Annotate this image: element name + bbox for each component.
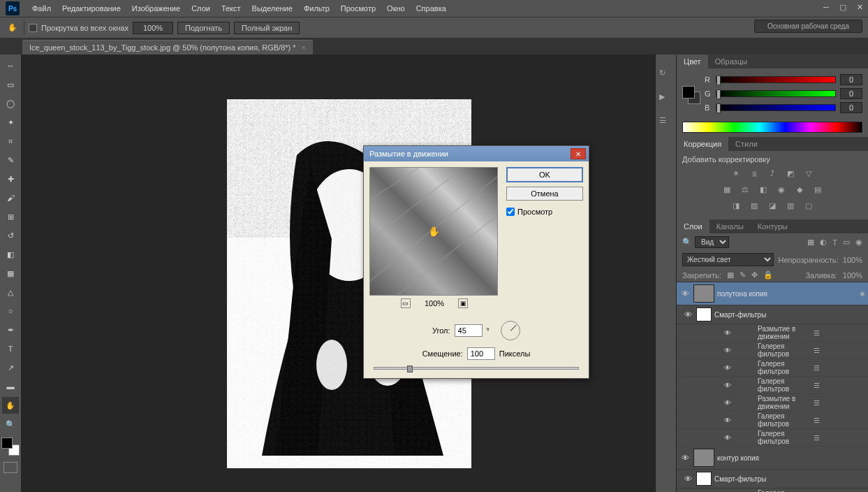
bw-icon[interactable]: ◧	[757, 183, 770, 196]
filter-name[interactable]: Галерея фильтров	[758, 377, 809, 393]
filter-name[interactable]: Галерея фильтров	[758, 342, 809, 358]
layer-visibility-toggle[interactable]: 👁	[702, 434, 753, 442]
layer-thumbnail[interactable]	[693, 449, 714, 467]
levels-icon[interactable]: ⫼	[748, 167, 760, 180]
balance-icon[interactable]: ⚖	[739, 183, 751, 196]
gradient-map-icon[interactable]: ▥	[784, 199, 797, 212]
color-spectrum[interactable]	[682, 122, 862, 133]
color-swatches[interactable]	[1, 437, 20, 456]
minimize-button[interactable]: ─	[818, 0, 834, 14]
close-tab-icon[interactable]: ×	[302, 43, 306, 52]
layer-visibility-toggle[interactable]: 👁	[702, 347, 753, 354]
menu-layers[interactable]: Слои	[186, 4, 216, 13]
layer-row[interactable]: 👁полутона копия◉	[677, 282, 868, 305]
layer-visibility-toggle[interactable]: 👁	[702, 329, 753, 337]
eraser-tool[interactable]: ◧	[2, 246, 19, 263]
maximize-button[interactable]: ▢	[834, 0, 851, 14]
invert-icon[interactable]: ◨	[730, 199, 742, 212]
marquee-tool[interactable]: ▭	[2, 76, 19, 93]
hand-tool[interactable]: ✋	[2, 397, 19, 414]
styles-tab[interactable]: Стили	[728, 137, 765, 151]
layer-row[interactable]: 👁контур копия	[677, 447, 868, 470]
filter-name[interactable]: Галерея фильтров	[758, 412, 809, 428]
filter-pixel-icon[interactable]: ▦	[807, 238, 814, 247]
canvas[interactable]: Размытие в движении ✕	[21, 55, 655, 492]
filter-type-icon[interactable]: T	[832, 238, 837, 247]
eyedropper-tool[interactable]: ✎	[2, 152, 19, 168]
threshold-icon[interactable]: ◪	[766, 199, 779, 212]
color-tab[interactable]: Цвет	[677, 55, 708, 68]
layer-visibility-toggle[interactable]: 👁	[702, 399, 753, 407]
layers-tab[interactable]: Слои	[677, 219, 709, 233]
menu-file[interactable]: Файл	[27, 4, 57, 13]
menu-text[interactable]: Текст	[216, 4, 247, 13]
filter-name[interactable]: Галерея фильтров	[758, 430, 809, 445]
menu-image[interactable]: Изображение	[126, 4, 186, 13]
zoom-out-button[interactable]: ▭	[401, 298, 411, 308]
stamp-tool[interactable]: ⊞	[2, 208, 19, 225]
photo-filter-icon[interactable]: ◉	[775, 183, 788, 196]
zoom-field[interactable]: 100%	[133, 22, 173, 34]
filter-options-icon[interactable]: ☰	[814, 434, 865, 442]
quickmask-toggle[interactable]	[3, 462, 17, 473]
lock-position-icon[interactable]: ✥	[751, 270, 758, 280]
lookup-icon[interactable]: ▤	[811, 183, 824, 196]
filter-options-icon[interactable]: ☰	[814, 382, 865, 389]
zoom-in-button[interactable]: ▣	[458, 298, 468, 308]
r-value[interactable]: 0	[840, 74, 862, 85]
layer-thumbnail[interactable]	[696, 308, 712, 321]
heal-tool[interactable]: ✚	[2, 171, 19, 187]
adjustments-tab[interactable]: Коррекция	[677, 137, 728, 151]
wand-tool[interactable]: ✦	[2, 114, 19, 131]
pen-tool[interactable]: ✒	[2, 321, 19, 338]
menu-filter[interactable]: Фильтр	[298, 4, 335, 13]
preview-checkbox-input[interactable]	[506, 208, 515, 216]
curves-icon[interactable]: ⤴	[766, 167, 779, 180]
dodge-tool[interactable]: ○	[2, 303, 19, 319]
layer-row[interactable]: 👁Смарт-фильтры	[677, 305, 868, 324]
brightness-icon[interactable]: ☀	[730, 167, 742, 180]
selective-icon[interactable]: ▢	[802, 199, 815, 212]
document-tab[interactable]: Ice_queen_stock_113_by_Tigg_stock.jpg @ …	[22, 40, 313, 55]
filter-smart-icon[interactable]: ◉	[855, 238, 862, 247]
layer-row[interactable]: 👁Смарт-фильтры	[677, 470, 868, 489]
layer-name[interactable]: Смарт-фильтры	[714, 311, 865, 319]
r-slider[interactable]	[716, 76, 836, 83]
filter-name[interactable]: Галерея фильтров	[758, 360, 809, 375]
blur-tool[interactable]: △	[2, 284, 19, 301]
blend-mode-select[interactable]: Жесткий свет	[682, 253, 774, 266]
lasso-tool[interactable]: ◯	[2, 95, 19, 112]
scroll-all-checkbox[interactable]	[29, 24, 37, 32]
workspace-selector[interactable]: Основная рабочая среда	[754, 20, 862, 33]
b-slider[interactable]	[716, 104, 836, 111]
layer-thumbnail[interactable]	[696, 472, 712, 486]
layer-visibility-toggle[interactable]: 👁	[682, 475, 693, 483]
lock-transparency-icon[interactable]: ▦	[727, 270, 734, 280]
filter-options-icon[interactable]: ☰	[814, 364, 865, 372]
layer-visibility-toggle[interactable]: 👁	[702, 364, 753, 372]
channels-tab[interactable]: Каналы	[709, 219, 751, 233]
angle-dial[interactable]	[501, 321, 520, 340]
menu-help[interactable]: Справка	[411, 4, 452, 13]
g-slider[interactable]	[716, 90, 836, 97]
filter-adj-icon[interactable]: ◐	[820, 238, 827, 247]
crop-tool[interactable]: ⌗	[2, 133, 19, 150]
cancel-button[interactable]: Отмена	[506, 187, 583, 201]
ok-button[interactable]: OK	[506, 167, 583, 182]
layer-visibility-toggle[interactable]: 👁	[682, 310, 693, 319]
layer-name[interactable]: контур копия	[717, 454, 865, 462]
exposure-icon[interactable]: ◩	[784, 167, 797, 180]
fill-value[interactable]: 100%	[843, 271, 862, 280]
gradient-tool[interactable]: ▦	[2, 265, 19, 282]
shape-tool[interactable]: ▬	[2, 378, 19, 395]
layer-visibility-toggle[interactable]: 👁	[702, 417, 753, 424]
layer-visibility-toggle[interactable]: 👁	[702, 382, 753, 389]
dialog-close-button[interactable]: ✕	[571, 148, 586, 159]
paths-tab[interactable]: Контуры	[751, 219, 795, 233]
vibrance-icon[interactable]: ▽	[802, 167, 815, 180]
dialog-titlebar[interactable]: Размытие в движении ✕	[364, 146, 589, 161]
g-value[interactable]: 0	[840, 88, 862, 99]
offset-slider[interactable]	[374, 367, 579, 370]
path-tool[interactable]: ↗	[2, 359, 19, 376]
filter-name[interactable]: Размытие в движении	[758, 395, 809, 410]
